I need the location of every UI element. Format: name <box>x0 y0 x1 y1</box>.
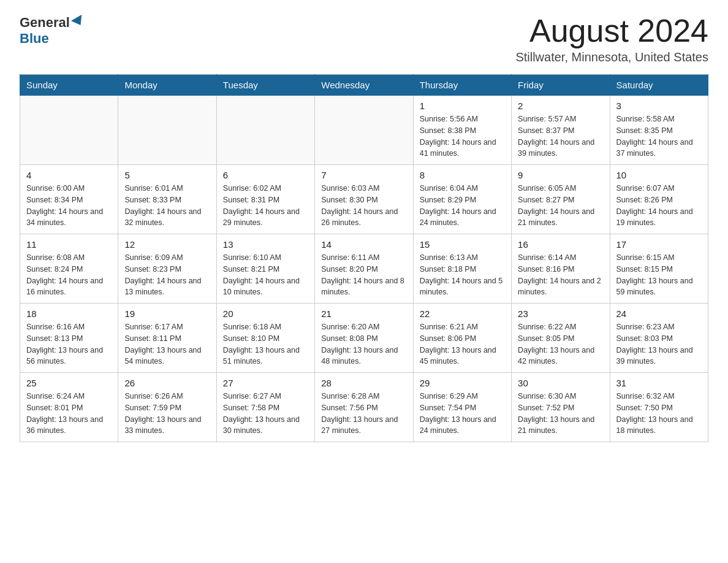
calendar-cell: 9Sunrise: 6:05 AM Sunset: 8:27 PM Daylig… <box>512 165 610 234</box>
calendar-cell: 26Sunrise: 6:26 AM Sunset: 7:59 PM Dayli… <box>118 373 216 442</box>
day-number: 16 <box>518 239 603 250</box>
day-info: Sunrise: 5:56 AM Sunset: 8:38 PM Dayligh… <box>420 113 505 159</box>
logo-arrow-icon <box>71 15 86 28</box>
day-number: 29 <box>420 378 505 388</box>
day-number: 7 <box>321 170 406 180</box>
day-info: Sunrise: 6:18 AM Sunset: 8:10 PM Dayligh… <box>223 321 308 367</box>
calendar-week-row: 1Sunrise: 5:56 AM Sunset: 8:38 PM Daylig… <box>20 96 708 165</box>
day-number: 25 <box>26 378 112 388</box>
day-info: Sunrise: 6:11 AM Sunset: 8:20 PM Dayligh… <box>321 252 406 298</box>
day-info: Sunrise: 6:01 AM Sunset: 8:33 PM Dayligh… <box>124 183 210 229</box>
month-title: August 2024 <box>515 15 708 47</box>
day-info: Sunrise: 5:58 AM Sunset: 8:35 PM Dayligh… <box>616 113 702 159</box>
calendar-cell: 2Sunrise: 5:57 AM Sunset: 8:37 PM Daylig… <box>512 96 610 165</box>
calendar-cell: 20Sunrise: 6:18 AM Sunset: 8:10 PM Dayli… <box>216 304 314 373</box>
logo-text: General <box>20 15 85 31</box>
day-info: Sunrise: 6:32 AM Sunset: 7:50 PM Dayligh… <box>616 391 702 437</box>
calendar-cell: 28Sunrise: 6:28 AM Sunset: 7:56 PM Dayli… <box>315 373 413 442</box>
day-number: 14 <box>321 239 406 250</box>
calendar-cell: 1Sunrise: 5:56 AM Sunset: 8:38 PM Daylig… <box>413 96 511 165</box>
day-info: Sunrise: 6:30 AM Sunset: 7:52 PM Dayligh… <box>518 391 603 437</box>
day-info: Sunrise: 6:16 AM Sunset: 8:13 PM Dayligh… <box>26 321 112 367</box>
calendar-cell: 14Sunrise: 6:11 AM Sunset: 8:20 PM Dayli… <box>315 234 413 304</box>
day-info: Sunrise: 6:29 AM Sunset: 7:54 PM Dayligh… <box>420 391 505 437</box>
day-info: Sunrise: 6:03 AM Sunset: 8:30 PM Dayligh… <box>321 183 406 229</box>
day-number: 30 <box>518 378 603 388</box>
calendar-cell: 16Sunrise: 6:14 AM Sunset: 8:16 PM Dayli… <box>512 234 610 304</box>
calendar-cell <box>315 96 413 165</box>
day-number: 13 <box>223 239 308 250</box>
day-info: Sunrise: 6:13 AM Sunset: 8:18 PM Dayligh… <box>420 252 505 298</box>
calendar-cell: 15Sunrise: 6:13 AM Sunset: 8:18 PM Dayli… <box>413 234 511 304</box>
day-number: 12 <box>124 239 210 250</box>
calendar-cell: 30Sunrise: 6:30 AM Sunset: 7:52 PM Dayli… <box>512 373 610 442</box>
calendar-header-row: SundayMondayTuesdayWednesdayThursdayFrid… <box>20 75 708 96</box>
day-number: 27 <box>223 378 308 388</box>
day-info: Sunrise: 5:57 AM Sunset: 8:37 PM Dayligh… <box>518 113 603 159</box>
location-subtitle: Stillwater, Minnesota, United States <box>515 50 708 64</box>
weekday-header-tuesday: Tuesday <box>216 75 314 96</box>
day-number: 28 <box>321 378 406 388</box>
day-info: Sunrise: 6:14 AM Sunset: 8:16 PM Dayligh… <box>518 252 603 298</box>
day-number: 8 <box>420 170 505 180</box>
day-info: Sunrise: 6:17 AM Sunset: 8:11 PM Dayligh… <box>124 321 210 367</box>
calendar-cell: 7Sunrise: 6:03 AM Sunset: 8:30 PM Daylig… <box>315 165 413 234</box>
day-info: Sunrise: 6:10 AM Sunset: 8:21 PM Dayligh… <box>223 252 308 298</box>
day-info: Sunrise: 6:23 AM Sunset: 8:03 PM Dayligh… <box>616 321 702 367</box>
calendar-week-row: 11Sunrise: 6:08 AM Sunset: 8:24 PM Dayli… <box>20 234 708 304</box>
calendar-table: SundayMondayTuesdayWednesdayThursdayFrid… <box>20 74 708 442</box>
day-info: Sunrise: 6:22 AM Sunset: 8:05 PM Dayligh… <box>518 321 603 367</box>
logo-blue: Blue <box>20 31 49 47</box>
weekday-header-friday: Friday <box>512 75 610 96</box>
calendar-cell: 29Sunrise: 6:29 AM Sunset: 7:54 PM Dayli… <box>413 373 511 442</box>
day-info: Sunrise: 6:15 AM Sunset: 8:15 PM Dayligh… <box>616 252 702 298</box>
day-number: 21 <box>321 308 406 319</box>
calendar-cell: 17Sunrise: 6:15 AM Sunset: 8:15 PM Dayli… <box>610 234 708 304</box>
day-number: 20 <box>223 308 308 319</box>
title-section: August 2024 Stillwater, Minnesota, Unite… <box>515 15 708 64</box>
day-info: Sunrise: 6:09 AM Sunset: 8:23 PM Dayligh… <box>124 252 210 298</box>
day-number: 10 <box>616 170 702 180</box>
day-info: Sunrise: 6:08 AM Sunset: 8:24 PM Dayligh… <box>26 252 112 298</box>
day-info: Sunrise: 6:26 AM Sunset: 7:59 PM Dayligh… <box>124 391 210 437</box>
day-number: 23 <box>518 308 603 319</box>
day-info: Sunrise: 6:20 AM Sunset: 8:08 PM Dayligh… <box>321 321 406 367</box>
day-number: 9 <box>518 170 603 180</box>
calendar-cell: 24Sunrise: 6:23 AM Sunset: 8:03 PM Dayli… <box>610 304 708 373</box>
calendar-cell <box>20 96 118 165</box>
weekday-header-monday: Monday <box>118 75 216 96</box>
calendar-week-row: 4Sunrise: 6:00 AM Sunset: 8:34 PM Daylig… <box>20 165 708 234</box>
day-number: 3 <box>616 101 702 111</box>
day-number: 6 <box>223 170 308 180</box>
logo-general: General <box>20 15 70 31</box>
logo: General Blue <box>20 15 85 47</box>
calendar-cell: 23Sunrise: 6:22 AM Sunset: 8:05 PM Dayli… <box>512 304 610 373</box>
day-number: 2 <box>518 101 603 111</box>
weekday-header-wednesday: Wednesday <box>315 75 413 96</box>
weekday-header-sunday: Sunday <box>20 75 118 96</box>
day-info: Sunrise: 6:07 AM Sunset: 8:26 PM Dayligh… <box>616 183 702 229</box>
day-number: 17 <box>616 239 702 250</box>
day-info: Sunrise: 6:02 AM Sunset: 8:31 PM Dayligh… <box>223 183 308 229</box>
calendar-cell: 21Sunrise: 6:20 AM Sunset: 8:08 PM Dayli… <box>315 304 413 373</box>
calendar-cell: 11Sunrise: 6:08 AM Sunset: 8:24 PM Dayli… <box>20 234 118 304</box>
calendar-cell: 6Sunrise: 6:02 AM Sunset: 8:31 PM Daylig… <box>216 165 314 234</box>
calendar-cell: 31Sunrise: 6:32 AM Sunset: 7:50 PM Dayli… <box>610 373 708 442</box>
calendar-cell <box>118 96 216 165</box>
day-info: Sunrise: 6:04 AM Sunset: 8:29 PM Dayligh… <box>420 183 505 229</box>
day-number: 31 <box>616 378 702 388</box>
day-info: Sunrise: 6:28 AM Sunset: 7:56 PM Dayligh… <box>321 391 406 437</box>
calendar-cell: 8Sunrise: 6:04 AM Sunset: 8:29 PM Daylig… <box>413 165 511 234</box>
calendar-cell: 27Sunrise: 6:27 AM Sunset: 7:58 PM Dayli… <box>216 373 314 442</box>
calendar-cell: 19Sunrise: 6:17 AM Sunset: 8:11 PM Dayli… <box>118 304 216 373</box>
calendar-cell: 22Sunrise: 6:21 AM Sunset: 8:06 PM Dayli… <box>413 304 511 373</box>
day-number: 24 <box>616 308 702 319</box>
day-number: 26 <box>124 378 210 388</box>
calendar-cell: 3Sunrise: 5:58 AM Sunset: 8:35 PM Daylig… <box>610 96 708 165</box>
calendar-cell <box>216 96 314 165</box>
weekday-header-saturday: Saturday <box>610 75 708 96</box>
day-info: Sunrise: 6:24 AM Sunset: 8:01 PM Dayligh… <box>26 391 112 437</box>
day-number: 18 <box>26 308 112 319</box>
calendar-cell: 13Sunrise: 6:10 AM Sunset: 8:21 PM Dayli… <box>216 234 314 304</box>
day-info: Sunrise: 6:00 AM Sunset: 8:34 PM Dayligh… <box>26 183 112 229</box>
